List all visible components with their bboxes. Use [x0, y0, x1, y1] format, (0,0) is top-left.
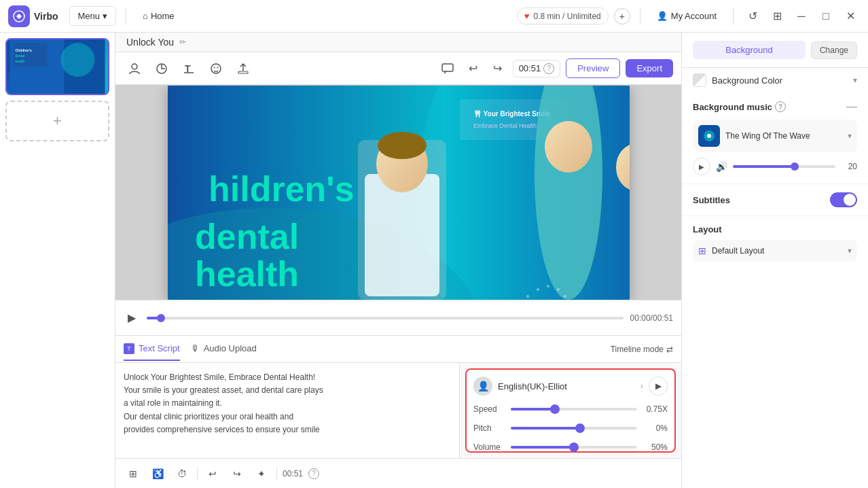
pitch-slider[interactable]: [511, 421, 637, 435]
volume-slider-row: Volume 50%: [473, 440, 668, 454]
undo-btb-button[interactable]: ↩: [203, 464, 222, 483]
music-play-button[interactable]: ▶: [693, 158, 710, 175]
voice-name: English(UK)-Elliot: [498, 381, 635, 391]
timer-button[interactable]: ⏱: [173, 464, 192, 483]
text-insert-button[interactable]: ⊞: [124, 464, 143, 483]
bg-color-row[interactable]: Background Color ▾: [682, 68, 868, 92]
sidebar: 1 Children's dental health +: [0, 33, 115, 488]
bottom-help-icon[interactable]: ?: [308, 468, 319, 479]
music-help-icon[interactable]: ?: [775, 101, 786, 112]
timeline-mode-icon: ⇄: [666, 345, 673, 354]
app-logo-icon: [8, 5, 30, 27]
video-canvas: 🦷 Your Brightest Smile Embrace Dental He…: [168, 86, 630, 300]
credits-badge[interactable]: ♥ 0.8 min / Unlimited: [517, 7, 609, 24]
pitch-slider-row: Pitch 0%: [473, 421, 668, 435]
toggle-knob: [844, 194, 856, 206]
svg-text:Children's: Children's: [16, 48, 32, 52]
speed-slider-row: Speed 0.75X: [473, 402, 668, 416]
svg-text:hildren's: hildren's: [209, 169, 355, 209]
bg-color-label: Background Color: [712, 75, 782, 86]
music-volume-thumb[interactable]: [791, 162, 799, 171]
voice-play-button[interactable]: ▶: [649, 377, 668, 396]
logo-area: Virbo: [8, 5, 58, 27]
avatar-tool-icon[interactable]: [124, 58, 145, 80]
timeline-mode-toggle[interactable]: Timeline mode ⇄: [611, 345, 673, 354]
bottom-tabs: T Text Script 🎙 Audio Upload Timeline mo…: [115, 336, 681, 363]
panel-tab-background[interactable]: Background: [693, 41, 806, 59]
close-button[interactable]: ✕: [841, 7, 860, 26]
playback-bar: ▶ 00:00/00:51: [115, 300, 681, 335]
comment-icon[interactable]: [437, 58, 458, 80]
upload-tool-icon[interactable]: [232, 58, 254, 80]
progress-track[interactable]: [147, 317, 623, 319]
music-header: Background music ? —: [693, 101, 857, 113]
bottom-toolbar: ⊞ ♿ ⏱ ↩ ↪ ✦ 00:51 ?: [115, 458, 681, 488]
layout-select[interactable]: ⊞ Default Layout ▾: [693, 240, 857, 262]
music-select-arrow: ▾: [848, 131, 852, 141]
volume-slider[interactable]: [511, 440, 637, 454]
volume-fill: [511, 446, 574, 449]
emoji-tool-icon[interactable]: [205, 58, 227, 80]
edit-title-icon[interactable]: ✏: [179, 37, 186, 47]
account-button[interactable]: 👤 My Account: [650, 7, 723, 24]
music-track[interactable]: The Wing Of The Wave ▾: [693, 120, 857, 152]
text-tab-icon: T: [124, 343, 134, 354]
tab-text-script[interactable]: T Text Script: [124, 338, 180, 361]
music-section: Background music ? — The Wing Of The Wav…: [682, 92, 868, 184]
speed-fill: [511, 408, 555, 411]
progress-thumb[interactable]: [157, 314, 165, 322]
svg-point-3: [61, 43, 95, 77]
refresh-button[interactable]: ↺: [743, 7, 762, 26]
center-area: Unlock You✏ T ↩ ↪ 00:51: [115, 33, 681, 488]
slide-item-1[interactable]: 1 Children's dental health: [5, 38, 109, 95]
music-collapse-button[interactable]: —: [846, 101, 857, 113]
video-area: 🦷 Your Brightest Smile Embrace Dental He…: [115, 85, 681, 300]
svg-point-43: [707, 134, 711, 138]
music-volume-track[interactable]: [733, 165, 835, 168]
minimize-button[interactable]: ─: [792, 7, 811, 26]
speed-label: Speed: [473, 404, 511, 414]
svg-point-35: [526, 295, 529, 298]
export-button[interactable]: Export: [626, 59, 673, 77]
redo-btb-button[interactable]: ↪: [228, 464, 247, 483]
change-button[interactable]: Change: [811, 41, 857, 59]
slide-thumbnail: Children's dental health: [7, 39, 108, 94]
script-area: Unlock Your Brightest Smile, Embrace Den…: [115, 363, 681, 458]
pitch-fill: [511, 427, 580, 430]
volume-thumb[interactable]: [569, 442, 579, 452]
voice-select-arrow: ›: [640, 381, 643, 391]
music-volume-icon: 🔊: [716, 161, 727, 172]
grid-button[interactable]: ⊞: [767, 7, 786, 26]
script-text[interactable]: Unlock Your Brightest Smile, Embrace Den…: [115, 363, 460, 458]
music-controls: ▶ 🔊 20: [693, 158, 857, 175]
pitch-value: 0%: [637, 423, 668, 433]
undo-button[interactable]: ↩: [464, 59, 483, 78]
pitch-thumb[interactable]: [575, 423, 585, 433]
tab-audio-upload[interactable]: 🎙 Audio Upload: [191, 338, 257, 360]
play-button[interactable]: ▶: [124, 310, 140, 326]
magic-button[interactable]: ✦: [252, 464, 271, 483]
speed-value: 0.75X: [637, 404, 668, 414]
speed-thumb[interactable]: [550, 404, 560, 414]
subtitles-toggle[interactable]: [830, 192, 857, 207]
svg-point-13: [214, 67, 215, 68]
project-title-bar: Unlock You✏: [115, 33, 681, 52]
redo-button[interactable]: ↪: [488, 59, 507, 78]
text-script-label: Text Script: [139, 343, 180, 353]
add-credits-button[interactable]: +: [614, 8, 630, 24]
maximize-button[interactable]: □: [816, 7, 835, 26]
time-help-icon[interactable]: ?: [543, 63, 554, 74]
add-slide-button[interactable]: +: [5, 101, 109, 141]
svg-point-39: [564, 295, 566, 298]
editor-toolbar: T ↩ ↪ 00:51 ? Preview Export: [115, 52, 681, 85]
home-button[interactable]: ⌂ Home: [136, 7, 181, 25]
speed-slider[interactable]: [511, 402, 637, 416]
menu-button[interactable]: Menu ▾: [69, 6, 117, 26]
audio-upload-label: Audio Upload: [204, 343, 257, 353]
heart-icon: ♥: [524, 11, 530, 21]
svg-point-26: [378, 132, 427, 159]
pose-button[interactable]: ♿: [148, 464, 167, 483]
sticker-tool-icon[interactable]: [151, 58, 173, 80]
text-tool-icon[interactable]: T: [178, 58, 200, 80]
preview-button[interactable]: Preview: [566, 58, 620, 78]
